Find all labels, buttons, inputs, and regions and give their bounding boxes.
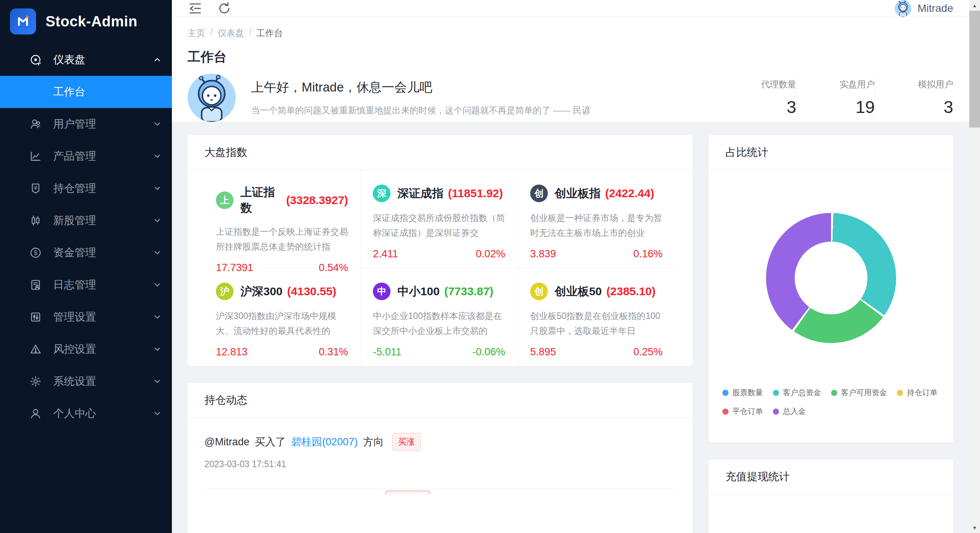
sidebar-item-label: 资金管理 — [53, 245, 153, 260]
legend-item-available-funds[interactable]: 客户可用资金 — [831, 387, 887, 398]
sidebar-item-risk-settings[interactable]: 风控设置 — [0, 333, 172, 365]
legend-dot — [722, 409, 728, 415]
index-pct: 0.25% — [633, 346, 663, 358]
index-tile-chinext50[interactable]: 创 创业板50 (2385.10) 创业板50指数是在创业板指的100只股票中，… — [519, 268, 676, 366]
sidebar-item-label: 新股管理 — [53, 213, 153, 228]
legend-item-total-deposit[interactable]: 总入金 — [773, 406, 806, 417]
breadcrumb: 主页 / 仪表盘 / 工作台 — [188, 27, 953, 39]
stat-demo-users: 模拟用户 3 — [875, 77, 953, 119]
chevron-down-icon — [153, 184, 162, 193]
person-icon — [29, 407, 42, 420]
legend-item-open-orders[interactable]: 持仓订单 — [897, 387, 938, 398]
users-icon — [29, 118, 42, 131]
scroll-up-button[interactable]: ▲ — [969, 0, 980, 11]
breadcrumb-current: 工作台 — [256, 27, 283, 39]
greeting-subtitle: 当一个简单的问题又被重新慎重地提出来的时候，这个问题就不再是简单的了 —— 民谚 — [251, 105, 718, 116]
market-index-grid: 上 上证指数 (3328.3927) 上证指数是一个反映上海证券交易所挂牌股票总… — [188, 170, 693, 366]
sidebar-menu: 仪表盘 工作台 用户管理 产品管理 ¥ 持仓管理 — [0, 44, 172, 430]
legend-dot — [722, 390, 728, 396]
position-activity-card: 持仓动态 @Mitrade 买入了 碧桂园(02007) 方向 买涨 2023-… — [188, 383, 693, 533]
recharge-withdraw-card: 充值提现统计 — [709, 459, 953, 533]
sliders-icon — [29, 311, 42, 324]
candlestick-icon — [29, 214, 42, 227]
ratio-card-title: 占比统计 — [709, 135, 953, 170]
chevron-down-icon — [153, 409, 162, 418]
chevron-down-icon — [153, 248, 162, 257]
sidebar-item-profile-center[interactable]: 个人中心 — [0, 397, 172, 430]
index-change: 2.411 — [373, 248, 398, 260]
refresh-icon[interactable] — [217, 1, 232, 16]
sidebar-item-label: 管理设置 — [53, 310, 153, 324]
svg-text:¥: ¥ — [34, 185, 37, 191]
app-logo: Stock-Admin — [0, 0, 172, 34]
index-tile-shanghai[interactable]: 上 上证指数 (3328.3927) 上证指数是一个反映上海证券交易所挂牌股票总… — [204, 170, 361, 268]
index-change: 12.813 — [216, 346, 248, 358]
page-title: 工作台 — [188, 48, 953, 66]
market-index-card-title: 大盘指数 — [188, 135, 693, 170]
gear-icon — [29, 375, 42, 388]
entry-action: 买入了 — [255, 435, 286, 449]
sidebar-item-label: 仪表盘 — [53, 52, 153, 67]
legend-item-closed-orders[interactable]: 平仓订单 — [722, 406, 763, 417]
chevron-down-icon — [153, 152, 162, 161]
sidebar-item-label: 持仓管理 — [53, 181, 153, 196]
sidebar-item-label: 个人中心 — [53, 406, 153, 421]
sidebar-item-system-settings[interactable]: 系统设置 — [0, 365, 172, 397]
index-badge: 创 — [530, 283, 548, 300]
index-tile-chinext[interactable]: 创 创业板指 (2422.44) 创业板是一种证券市场，是专为暂时无法在主板市场… — [519, 170, 676, 268]
page-head: 主页 / 仪表盘 / 工作台 工作台 — [172, 17, 980, 122]
scroll-down-button[interactable]: ▼ — [969, 522, 980, 533]
greeting-title: 上午好，Mitrade，休息一会儿吧 — [251, 79, 718, 96]
dashboard-icon — [29, 53, 42, 66]
sidebar-item-workbench[interactable]: 工作台 — [0, 76, 172, 108]
user-menu[interactable]: Mitrade — [895, 0, 953, 17]
mascot-avatar — [188, 74, 236, 122]
sidebar-item-product-management[interactable]: 产品管理 — [0, 140, 172, 172]
chevron-down-icon — [153, 119, 162, 129]
stock-link[interactable]: 碧桂园(02007) — [291, 435, 358, 449]
chevron-down-icon — [153, 377, 162, 386]
topbar: Mitrade — [172, 0, 980, 17]
index-badge: 深 — [373, 185, 390, 202]
shield-yen-icon: ¥ — [29, 182, 42, 195]
stat-agents: 代理数量 3 — [718, 77, 796, 119]
dollar-circle-icon: $ — [29, 246, 42, 259]
sidebar-item-label: 风控设置 — [53, 342, 153, 356]
legend-dot — [773, 409, 779, 415]
sidebar-item-label: 工作台 — [53, 85, 85, 99]
index-pct: 0.16% — [633, 248, 663, 260]
log-document-icon — [29, 278, 42, 291]
breadcrumb-home[interactable]: 主页 — [188, 27, 205, 39]
sidebar-item-ipo-management[interactable]: 新股管理 — [0, 204, 172, 237]
sidebar-item-dashboard[interactable]: 仪表盘 — [0, 44, 172, 76]
chart-icon — [29, 150, 42, 163]
sidebar-item-position-management[interactable]: ¥ 持仓管理 — [0, 172, 172, 204]
position-entry: @Mitrade 买入了 碧桂园(02007) 方向 买涨 — [204, 433, 676, 451]
sidebar-item-funds-management[interactable]: $ 资金管理 — [0, 237, 172, 269]
sidebar-item-label: 日志管理 — [53, 278, 153, 292]
scrollbar-thumb[interactable] — [969, 11, 980, 128]
index-pct: -0.06% — [472, 346, 505, 358]
index-tile-sme100[interactable]: 中 中小100 (7733.87) 中小企业100指数样本应该都是在深交所中小企… — [361, 268, 518, 366]
sidebar-item-user-management[interactable]: 用户管理 — [0, 108, 172, 140]
index-badge: 创 — [530, 185, 548, 202]
user-name: Mitrade — [918, 2, 953, 15]
collapse-sidebar-icon[interactable] — [188, 1, 203, 16]
direction-tag: 买涨 — [392, 433, 421, 451]
recharge-card-title: 充值提现统计 — [709, 459, 953, 494]
index-badge: 中 — [373, 283, 390, 300]
sidebar-item-admin-settings[interactable]: 管理设置 — [0, 301, 172, 333]
legend-item-total-funds[interactable]: 客户总资金 — [773, 387, 821, 398]
index-tile-shenzhen[interactable]: 深 深证成指 (11851.92) 深证成指交易所成份股价指数（简称深证成指）是… — [361, 170, 518, 268]
donut-chart[interactable] — [766, 213, 896, 343]
chevron-down-icon — [153, 216, 162, 225]
scrollbar[interactable]: ▲ ▼ — [969, 0, 980, 533]
sidebar-item-label: 产品管理 — [53, 149, 153, 163]
breadcrumb-dashboard[interactable]: 仪表盘 — [217, 27, 244, 39]
index-tile-csi300[interactable]: 沪 沪深300 (4130.55) 沪深300指数由沪深市场中规模大、流动性好的… — [204, 268, 361, 366]
app-logo-icon — [10, 8, 36, 34]
sidebar-item-log-management[interactable]: 日志管理 — [0, 269, 172, 301]
index-change: 3.839 — [530, 248, 556, 260]
chevron-down-icon — [153, 280, 162, 289]
legend-item-stock-count[interactable]: 股票数量 — [722, 387, 763, 398]
